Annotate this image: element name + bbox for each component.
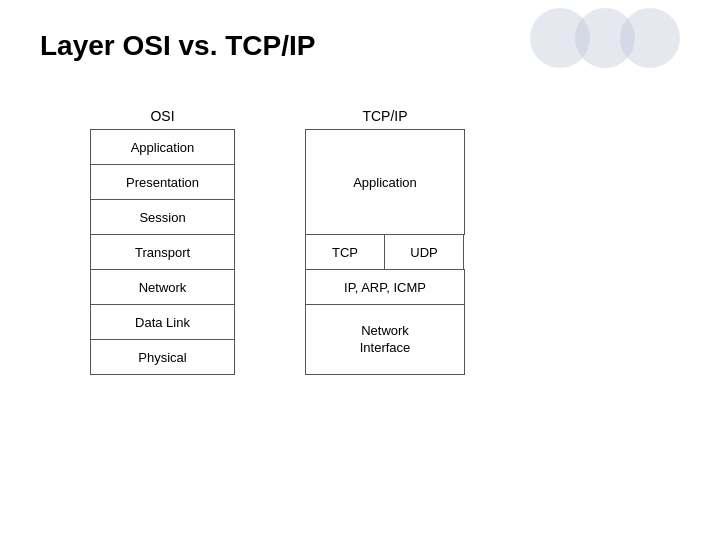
tcpip-header: TCP/IP xyxy=(305,108,465,124)
tcpip-application: Application xyxy=(305,129,465,235)
tcpip-column: TCP/IP Application TCP UDP IP, ARP, ICMP… xyxy=(305,108,465,375)
page-title: Layer OSI vs. TCP/IP xyxy=(40,30,315,62)
decorative-circles xyxy=(530,8,690,78)
osi-column: OSI Application Presentation Session Tra… xyxy=(90,108,235,375)
tcpip-tcp: TCP xyxy=(305,234,385,270)
tcpip-udp: UDP xyxy=(384,234,464,270)
osi-header: OSI xyxy=(90,108,235,124)
tcpip-internet: IP, ARP, ICMP xyxy=(305,269,465,305)
osi-layer-session: Session xyxy=(90,199,235,235)
osi-layer-transport: Transport xyxy=(90,234,235,270)
osi-layer-presentation: Presentation xyxy=(90,164,235,200)
osi-layer-datalink: Data Link xyxy=(90,304,235,340)
tcpip-transport-row: TCP UDP xyxy=(305,234,465,270)
osi-layer-application: Application xyxy=(90,129,235,165)
osi-layer-network: Network xyxy=(90,269,235,305)
diagram: OSI Application Presentation Session Tra… xyxy=(90,108,465,375)
osi-layer-physical: Physical xyxy=(90,339,235,375)
tcpip-network-interface: Network Interface xyxy=(305,304,465,375)
circle-3 xyxy=(620,8,680,68)
